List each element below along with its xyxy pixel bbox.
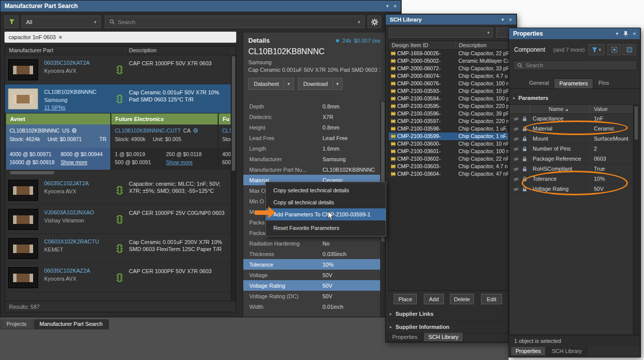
properties-tab[interactable]: Parameters: [554, 78, 593, 88]
detail-param-row[interactable]: Length 1.6mm: [243, 143, 380, 154]
parameter-row[interactable]: Material Ceramic: [510, 124, 633, 134]
panel-menu-chevron-icon[interactable]: ▾: [502, 17, 504, 22]
library-component-row[interactable]: CMP-2000-06072- Chip Capacitor, 33 pF: [389, 65, 514, 72]
lock-icon[interactable]: [522, 116, 527, 122]
scrollbar-thumb[interactable]: [232, 56, 235, 171]
part-row[interactable]: 06035C102JAT2A Kyocera AVX Capacitor: ce…: [5, 176, 231, 205]
tab-properties[interactable]: Properties: [387, 333, 422, 342]
library-component-row[interactable]: CMP-2100-03593- Chip Capacitor, 10 pF: [389, 87, 514, 95]
library-component-row[interactable]: CMP-2100-03597- Chip Capacitor, 220 n: [389, 117, 514, 125]
part-row-selected[interactable]: CL10B102KB8NNNC Samsung 11 SPNs Cap Cera…: [5, 84, 231, 113]
filter-funnel-button[interactable]: ▾: [588, 44, 604, 55]
library-component-row[interactable]: CMP-2100-03600- Chip Capacitor, 10 nF: [389, 140, 514, 148]
column-header-description[interactable]: Description: [125, 47, 156, 53]
show-more-link[interactable]: Show more: [166, 159, 193, 165]
parameter-row[interactable]: RoHSCompliant True: [510, 164, 633, 174]
tab-sch-library[interactable]: SCH Library: [423, 333, 463, 342]
part-number-link[interactable]: 06035C102KAZ2A: [44, 268, 90, 274]
lock-icon[interactable]: [522, 166, 527, 172]
library-component-row[interactable]: CMP-2100-03599- Chip Capacitor, 1 nF,: [389, 133, 514, 140]
horizontal-scrollbar[interactable]: [5, 170, 231, 176]
vertical-scrollbar[interactable]: [633, 104, 639, 335]
column-header-value[interactable]: Value: [594, 106, 607, 112]
edit-button[interactable]: Edit: [481, 294, 502, 304]
detail-param-row[interactable]: Voltage 50V: [243, 270, 380, 280]
parameter-row[interactable]: Number of Pins 2: [510, 144, 633, 154]
library-component-row[interactable]: CMP-2100-03598- Chip Capacitor, 1 uF,: [389, 125, 514, 133]
library-component-row[interactable]: CMP-2100-03603- Chip Capacitor, 4.7 n: [389, 163, 514, 170]
show-more-link[interactable]: Show more: [61, 159, 87, 165]
library-component-row[interactable]: CMP-2100-03594- Chip Capacitor, 100 p: [389, 95, 514, 102]
part-number-link[interactable]: CL10B102KB8NNNC: [44, 89, 97, 95]
detail-param-row[interactable]: Height 0.8mm: [243, 122, 380, 133]
detail-param-row[interactable]: Manufacturer Samsung: [243, 154, 380, 164]
chevron-down-icon[interactable]: ▾: [283, 80, 293, 88]
part-row[interactable]: 06035C102KAZ2A Kyocera AVX CAP CER 1000P…: [5, 263, 231, 292]
detail-param-row[interactable]: Manufacturer Part Nu... CL10B102KB8NNNC: [243, 164, 380, 175]
parameter-row[interactable]: Package Reference 0603: [510, 154, 633, 164]
visibility-eye-icon[interactable]: [513, 116, 519, 122]
supplier-column-avnet[interactable]: Avnet CL10B102KB8NNNC US Stock: 4624k Un…: [6, 113, 110, 170]
part-row[interactable]: VJ0603A102JNXAO Vishay Vitramon CAP CER …: [5, 205, 231, 234]
supplier-part-link[interactable]: CL10: [222, 128, 231, 134]
library-component-row[interactable]: CMP-2100-03595- Chip Capacitor, 220 p: [389, 102, 514, 110]
detail-param-row[interactable]: Lead Free Lead Free: [243, 133, 380, 143]
context-menu-item[interactable]: Copy selected technical details: [266, 184, 386, 196]
visibility-eye-icon[interactable]: [513, 177, 519, 182]
datasheet-button[interactable]: Datasheet ▾: [248, 78, 294, 90]
properties-tab[interactable]: General: [524, 78, 554, 88]
tab-sch-library[interactable]: SCH Library: [547, 347, 587, 356]
filter-funnel-button[interactable]: [5, 16, 19, 28]
section-supplier-information[interactable]: ▸ Supplier Information: [386, 321, 516, 333]
lock-icon[interactable]: [522, 146, 527, 152]
chevron-down-icon[interactable]: ▾: [333, 80, 343, 88]
part-number-link[interactable]: VJ0603A102JNXAO: [44, 209, 94, 215]
detail-param-row[interactable]: Voltage Rating 50V: [243, 280, 380, 291]
settings-gear-button[interactable]: [368, 16, 381, 28]
remove-filter-icon[interactable]: ×: [59, 34, 62, 40]
panel-titlebar[interactable]: SCH Library ▾ ×: [386, 15, 516, 25]
part-number-link[interactable]: C0603X102K2RACTU: [44, 238, 99, 245]
part-number-link[interactable]: 06035C102KAT2A: [44, 60, 90, 66]
parameter-row[interactable]: Tolerance 10%: [510, 174, 633, 184]
library-component-row[interactable]: CMP-2100-03604- Chip Capacitor, 47 nF: [389, 170, 514, 178]
detail-param-row[interactable]: Dielectric X7R: [243, 111, 380, 122]
selection-mask-button[interactable]: [622, 44, 636, 55]
part-row[interactable]: 06035C102KAT2A Kyocera AVX CAP CER 1000P…: [5, 55, 231, 84]
context-menu-item[interactable]: Reset Favorite Parameters: [266, 222, 386, 234]
part-search-field[interactable]: ▾: [105, 16, 365, 28]
search-input[interactable]: [526, 62, 636, 68]
close-icon[interactable]: ×: [394, 3, 397, 9]
delete-button[interactable]: Delete: [450, 294, 474, 304]
detail-param-row[interactable]: Width 0.01inch: [243, 301, 380, 312]
close-icon[interactable]: ×: [633, 31, 636, 37]
panel-titlebar[interactable]: Properties ▾ ×: [509, 28, 640, 39]
visibility-eye-icon[interactable]: [513, 137, 519, 142]
lock-icon[interactable]: [522, 136, 527, 142]
selection-filter-button[interactable]: [607, 44, 621, 55]
column-header-name[interactable]: Name▲: [549, 106, 569, 112]
part-number-link[interactable]: 06035C102JAT2A: [44, 180, 89, 186]
parameter-row[interactable]: Voltage Rating 50V: [510, 184, 633, 194]
lock-icon[interactable]: [522, 156, 527, 162]
lock-icon[interactable]: [522, 176, 527, 182]
tab-properties[interactable]: Properties: [511, 347, 546, 356]
search-scope-select[interactable]: All ▾: [22, 16, 101, 28]
detail-param-row[interactable]: Voltage Rating (DC) 50V: [243, 291, 380, 301]
library-component-row[interactable]: CMP-1659-00026- Chip Capacitor, 22 pF: [389, 50, 514, 57]
detail-param-row[interactable]: Thickness 0.035inch: [243, 249, 380, 259]
pin-icon[interactable]: [623, 31, 628, 37]
list-header[interactable]: Design Item ID Description: [389, 41, 514, 50]
visibility-eye-icon[interactable]: [513, 127, 519, 132]
scrollbar-thumb[interactable]: [634, 106, 638, 140]
context-menu-item[interactable]: Add Parameters To CMP-2100-03599-1: [266, 208, 386, 220]
visibility-eye-icon[interactable]: [513, 187, 519, 192]
table-header[interactable]: Manufacturer Part Description: [5, 46, 231, 55]
library-filter-select[interactable]: ▾: [389, 28, 493, 38]
properties-tab[interactable]: Pins: [593, 78, 614, 88]
column-header-manufacturer-part[interactable]: Manufacturer Part: [9, 47, 53, 53]
place-button[interactable]: Place: [394, 294, 417, 304]
visibility-eye-icon[interactable]: [513, 157, 519, 162]
parameters-section-header[interactable]: ▸ Parameters: [509, 92, 548, 103]
part-row[interactable]: C0603X102K2RACTU KEMET Cap Ceramic 0.001…: [5, 234, 231, 263]
